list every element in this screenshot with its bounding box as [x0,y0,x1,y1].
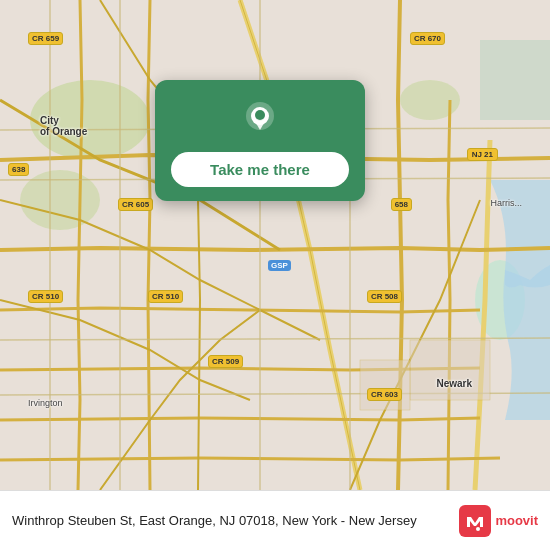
svg-point-11 [255,110,265,120]
badge-cr510-1: CR 510 [28,290,63,303]
take-me-there-button[interactable]: Take me there [171,152,349,187]
badge-cr659: CR 659 [28,32,63,45]
address-text: Winthrop Steuben St, East Orange, NJ 070… [12,512,459,530]
svg-rect-7 [360,360,410,410]
map-container: © OpenStreetMap contributors CR 659 CR 6… [0,0,550,490]
moovit-logo: moovit [459,505,538,537]
badge-658: 658 [391,198,412,211]
label-harris: Harris... [491,198,523,208]
badge-cr509: CR 509 [208,355,243,368]
svg-rect-12 [459,505,491,537]
moovit-brand-text: moovit [495,513,538,528]
bottom-bar: Winthrop Steuben St, East Orange, NJ 070… [0,490,550,550]
badge-cr670: CR 670 [410,32,445,45]
location-card: Take me there [155,80,365,201]
svg-point-13 [476,527,480,531]
label-newark: Newark [436,378,472,389]
badge-gsp2: GSP [268,260,291,271]
badge-cr510-2: CR 510 [148,290,183,303]
svg-rect-6 [410,340,490,400]
badge-nj21: NJ 21 [467,148,498,161]
badge-cr603: CR 603 [367,388,402,401]
label-orange: Cityof Orange [40,115,87,137]
location-pin-icon [238,98,282,142]
badge-cr508: CR 508 [367,290,402,303]
badge-cr605: CR 605 [118,198,153,211]
moovit-icon [459,505,491,537]
label-irvington: Irvington [28,398,63,408]
svg-rect-4 [480,40,550,120]
badge-638: 638 [8,163,29,176]
